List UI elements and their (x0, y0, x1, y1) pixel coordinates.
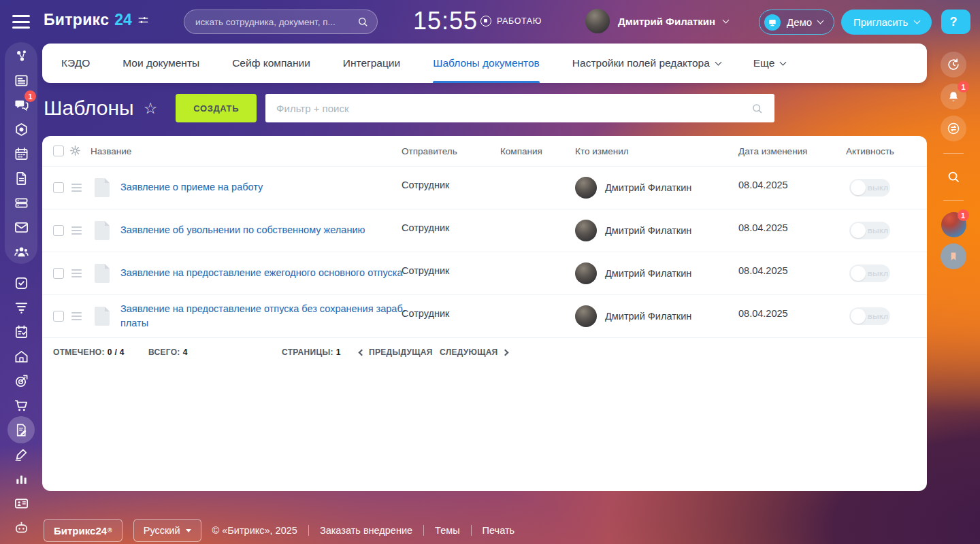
clock[interactable]: 15:55 (413, 7, 478, 35)
sidebar-item-drive[interactable] (0, 190, 42, 215)
sidebar-item-calendar[interactable] (0, 141, 42, 166)
global-search-input[interactable] (195, 17, 357, 27)
plan-swap-icon[interactable] (941, 116, 966, 141)
sidebar-item-warehouse[interactable] (0, 344, 42, 369)
sidebar-item-hr[interactable] (0, 491, 42, 515)
time-tracker-icon[interactable] (941, 52, 966, 78)
activity-toggle[interactable]: ВЫКЛ (849, 265, 890, 282)
chevron-down-icon (186, 529, 191, 532)
sidebar-item-employees[interactable] (0, 239, 42, 264)
favorite-star-icon[interactable]: ☆ (144, 99, 158, 118)
template-link[interactable]: Заявление на предоставление ежегодного о… (120, 266, 414, 280)
prev-page-link[interactable]: ПРЕДЫДУЩАЯ (359, 347, 433, 357)
filter-search-icon[interactable] (751, 102, 764, 115)
tab-editor-field-settings[interactable]: Настройки полей редактора (572, 44, 721, 83)
menu-icon[interactable] (12, 15, 30, 29)
bookmark-icon[interactable] (941, 243, 966, 269)
help-button-side[interactable]: ? (941, 10, 966, 34)
notifications-icon[interactable]: 1 (941, 84, 966, 109)
activity-toggle[interactable]: ВЫКЛ (849, 307, 890, 325)
sidebar-item-esign[interactable] (0, 442, 42, 466)
chevron-down-icon (715, 58, 721, 65)
create-button[interactable]: СОЗДАТЬ (176, 94, 257, 122)
sidebar-item-analytics[interactable] (0, 466, 42, 491)
column-header-modified-date[interactable]: Дата изменения (738, 146, 807, 156)
grid-settings-gear-icon[interactable] (69, 145, 81, 156)
left-sidebar: 1 (0, 42, 42, 544)
tab-company-safe[interactable]: Сейф компании (232, 44, 310, 83)
global-search[interactable] (184, 10, 378, 34)
search-icon-side[interactable] (941, 165, 966, 188)
tab-integrations[interactable]: Интеграции (343, 44, 400, 83)
search-icon[interactable] (357, 16, 369, 28)
work-status[interactable]: РАБОТАЮ (480, 16, 542, 27)
activity-toggle[interactable]: ВЫКЛ (849, 222, 890, 239)
sidebar-item-feed[interactable] (0, 44, 42, 68)
sidebar-item-automation[interactable] (0, 515, 42, 540)
tab-kedo[interactable]: КЭДО (61, 44, 90, 83)
bitrix24-footer-button[interactable]: Битрикс24® (44, 519, 122, 542)
avatar (575, 220, 597, 241)
select-all-checkbox[interactable] (53, 146, 64, 156)
presentation-icon (764, 14, 781, 31)
demo-button[interactable]: Демо (759, 10, 834, 35)
sliders-icon[interactable] (137, 14, 149, 26)
template-link[interactable]: Заявление об увольнении по собственному … (120, 223, 414, 237)
sidebar-item-collab[interactable] (0, 117, 42, 141)
row-checkbox[interactable] (53, 225, 64, 236)
sidebar-item-shop[interactable] (0, 393, 42, 418)
column-header-company[interactable]: Компания (500, 146, 542, 156)
drag-handle-icon[interactable] (71, 226, 82, 237)
filter-search[interactable] (265, 94, 774, 122)
template-link[interactable]: Заявление на предоставление отпуска без … (120, 302, 414, 330)
sidebar-item-marketing[interactable] (0, 369, 42, 393)
tab-document-templates[interactable]: Шаблоны документов (433, 44, 540, 83)
sidebar-item-mail[interactable] (0, 215, 42, 239)
section-tabs: КЭДО Мои документы Сейф компании Интегра… (42, 44, 927, 83)
sidebar-item-crm-funnel[interactable] (0, 295, 42, 320)
sidebar-item-tasks[interactable] (0, 271, 42, 295)
sidebar-item-documents[interactable] (0, 166, 42, 190)
toggle-label: ВЫКЛ (868, 270, 888, 277)
sidebar-item-more[interactable] (0, 540, 42, 544)
messenger-badge: 1 (24, 90, 36, 102)
drag-handle-icon[interactable] (71, 184, 82, 194)
tab-more[interactable]: Еще (753, 44, 786, 83)
sidebar-item-news[interactable] (0, 68, 42, 92)
table-header: Название Отправитель Компания Кто измени… (42, 136, 927, 167)
modified-date-cell: 08.04.2025 (738, 265, 788, 276)
demo-label: Демо (787, 16, 812, 28)
print-link[interactable]: Печать (483, 525, 515, 536)
invite-button[interactable]: Пригласить (841, 10, 932, 35)
toggle-knob (851, 180, 866, 195)
column-header-name[interactable]: Название (91, 146, 131, 156)
tab-my-documents[interactable]: Мои документы (122, 44, 199, 83)
support-avatar[interactable]: 1 (941, 212, 966, 237)
language-selector[interactable]: Русский (133, 519, 201, 542)
user-menu[interactable]: Дмитрий Филаткин (585, 9, 728, 33)
modified-by-cell: Дмитрий Филаткин (575, 305, 691, 327)
row-checkbox[interactable] (53, 311, 64, 322)
themes-link[interactable]: Темы (435, 525, 460, 536)
tab-label: Настройки полей редактора (572, 57, 710, 69)
document-icon (95, 178, 110, 197)
row-checkbox[interactable] (53, 182, 64, 193)
template-link[interactable]: Заявление о приеме на работу (120, 180, 414, 194)
sidebar-item-messenger[interactable]: 1 (0, 92, 42, 117)
column-header-activity[interactable]: Активность (846, 146, 894, 156)
row-checkbox[interactable] (53, 268, 64, 279)
next-page-link[interactable]: СЛЕДУЮЩАЯ (440, 347, 508, 357)
sidebar-item-sign-docs[interactable] (0, 418, 42, 442)
activity-toggle[interactable]: ВЫКЛ (849, 179, 890, 197)
filter-search-input[interactable] (276, 103, 751, 114)
drag-handle-icon[interactable] (71, 312, 82, 322)
logo[interactable]: Битрикс 24 (44, 11, 149, 29)
implementation-link[interactable]: Заказать внедрение (320, 525, 412, 536)
column-header-sender[interactable]: Отправитель (402, 146, 457, 156)
document-icon (95, 307, 110, 326)
modified-by-cell: Дмитрий Филаткин (575, 177, 691, 199)
modified-by-name: Дмитрий Филаткин (605, 182, 691, 193)
column-header-modified-by[interactable]: Кто изменил (575, 146, 629, 156)
sidebar-item-planner[interactable] (0, 320, 42, 344)
drag-handle-icon[interactable] (71, 269, 82, 279)
